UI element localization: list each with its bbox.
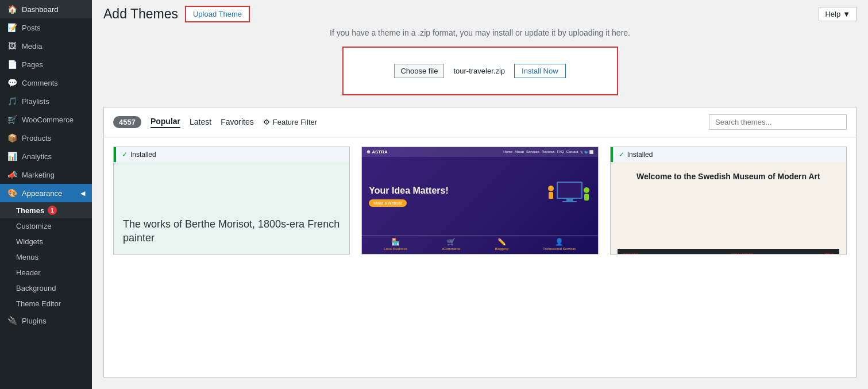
themes-grid: ✓ Installed The works of Berthe Morisot,… xyxy=(104,137,856,264)
astra-icon-blogging: ✏️ Blogging xyxy=(495,238,508,251)
theme-card-astra: ⊛ ASTRA HomeAboutServicesReviewsFAQConta… xyxy=(361,147,598,255)
sidebar-item-woocommerce[interactable]: 🛒 WooCommerce xyxy=(0,110,92,129)
sidebar-label-dashboard: Dashboard xyxy=(22,5,59,14)
card3-museum-title: Welcome to the Swedish Museum of Modern … xyxy=(636,171,820,182)
tab-favorites[interactable]: Favorites xyxy=(221,117,254,128)
install-now-button[interactable]: Install Now xyxy=(514,64,566,78)
sidebar-submenu-widgets[interactable]: Widgets xyxy=(0,234,92,249)
sidebar-submenu-menus[interactable]: Menus xyxy=(0,249,92,265)
sidebar-item-comments[interactable]: 💬 Comments xyxy=(0,74,92,92)
tab-latest[interactable]: Latest xyxy=(190,117,211,128)
sidebar-label-products: Products xyxy=(22,134,51,142)
appearance-arrow: ◀ xyxy=(80,190,85,197)
svg-point-4 xyxy=(548,186,554,191)
page-title: Add Themes xyxy=(103,6,178,22)
analytics-icon: 📊 xyxy=(7,152,17,161)
themes-badge: 1 xyxy=(48,206,57,215)
installed-label-3: Installed xyxy=(627,151,653,159)
check-icon-1: ✓ xyxy=(122,151,128,159)
dashboard-icon: 🏠 xyxy=(7,5,17,14)
card3-open-col: OPEN TODAY 9:00 — 5:00 xyxy=(731,252,753,255)
card3-price-col: PRICE 129 kr xyxy=(824,252,835,255)
topbar: Add Themes Upload Theme Help ▼ xyxy=(92,0,868,28)
customize-label: Customize xyxy=(16,222,51,230)
sidebar-label-posts: Posts xyxy=(22,24,41,32)
menus-label: Menus xyxy=(16,253,38,261)
svg-rect-1 xyxy=(558,183,581,198)
card3-info-bar: ADDRESS 123 Storgatan, Umeå OPEN TODAY 9… xyxy=(618,249,839,255)
astra-logo: ⊛ ASTRA xyxy=(367,149,387,155)
card3-address-col: ADDRESS 123 Storgatan, Umeå xyxy=(622,252,661,255)
appearance-submenu: Themes 1 Customize Widgets Menus Header … xyxy=(0,202,92,311)
sidebar-item-products[interactable]: 📦 Products xyxy=(0,129,92,147)
main-content: Add Themes Upload Theme Help ▼ If you ha… xyxy=(92,0,868,389)
price-label: PRICE xyxy=(824,252,835,255)
astra-nav: ⊛ ASTRA HomeAboutServicesReviewsFAQConta… xyxy=(362,147,597,157)
card2-preview: ⊛ ASTRA HomeAboutServicesReviewsFAQConta… xyxy=(362,147,597,254)
choose-file-button[interactable]: Choose file xyxy=(394,64,444,78)
sidebar-item-dashboard[interactable]: 🏠 Dashboard xyxy=(0,0,92,18)
check-icon-3: ✓ xyxy=(619,151,624,159)
sidebar-item-playlists[interactable]: 🎵 Playlists xyxy=(0,92,92,110)
sidebar-submenu-header[interactable]: Header xyxy=(0,265,92,280)
svg-rect-3 xyxy=(562,201,577,202)
upload-theme-button[interactable]: Upload Theme xyxy=(185,6,250,22)
sidebar-item-posts[interactable]: 📝 Posts xyxy=(0,18,92,37)
feature-filter-label: Feature Filter xyxy=(273,118,317,126)
plugins-icon: 🔌 xyxy=(7,316,17,325)
sidebar-item-analytics[interactable]: 📊 Analytics xyxy=(0,147,92,165)
svg-rect-7 xyxy=(584,194,589,201)
themes-count: 4557 xyxy=(113,116,141,128)
pages-icon: 📄 xyxy=(7,60,17,69)
installed-bar-1: ✓ Installed xyxy=(114,147,349,162)
sidebar-label-plugins: Plugins xyxy=(22,317,47,325)
sidebar-item-marketing[interactable]: 📣 Marketing xyxy=(0,165,92,184)
posts-icon: 📝 xyxy=(7,23,17,32)
help-label: Help xyxy=(825,10,840,18)
themes-browser: 4557 Popular Latest Favorites ⚙ Feature … xyxy=(103,107,857,378)
help-button[interactable]: Help ▼ xyxy=(819,7,857,21)
sidebar-submenu-background[interactable]: Background xyxy=(0,280,92,296)
search-themes-input[interactable] xyxy=(709,114,847,130)
sidebar-submenu-themes[interactable]: Themes 1 xyxy=(0,202,92,218)
theme-card-berthe-morisot: ✓ Installed The works of Berthe Morisot,… xyxy=(113,147,350,255)
sidebar-label-woocommerce: WooCommerce xyxy=(22,115,74,124)
sidebar-submenu-theme-editor[interactable]: Theme Editor xyxy=(0,296,92,311)
help-chevron-icon: ▼ xyxy=(843,10,850,18)
open-label: OPEN TODAY xyxy=(731,252,753,255)
sidebar-submenu-customize[interactable]: Customize xyxy=(0,218,92,234)
background-label: Background xyxy=(16,284,56,292)
sidebar-label-media: Media xyxy=(22,42,42,51)
sidebar-item-pages[interactable]: 📄 Pages xyxy=(0,55,92,74)
sidebar-label-analytics: Analytics xyxy=(22,152,52,161)
widgets-label: Widgets xyxy=(16,237,43,246)
sidebar-item-plugins[interactable]: 🔌 Plugins xyxy=(0,311,92,330)
themes-label-text: Themes xyxy=(16,206,44,215)
sidebar-label-playlists: Playlists xyxy=(22,97,49,106)
topbar-left: Add Themes Upload Theme xyxy=(103,6,250,22)
feature-filter[interactable]: ⚙ Feature Filter xyxy=(263,118,317,126)
astra-cta-button: Make a Website xyxy=(369,199,407,207)
products-icon: 📦 xyxy=(7,133,17,142)
sidebar-item-appearance[interactable]: 🎨 Appearance ◀ xyxy=(0,184,92,202)
svg-rect-2 xyxy=(566,199,573,201)
astra-hero-text: Your Idea Matters! Make a Website xyxy=(369,185,540,207)
astra-icons-row: 🏪 Local Business 🛒 eCommerce ✏️ Blogging xyxy=(362,235,597,254)
address-label: ADDRESS xyxy=(622,252,661,255)
sidebar-label-comments: Comments xyxy=(22,79,58,87)
astra-hero-graphic xyxy=(545,176,591,216)
playlists-icon: 🎵 xyxy=(7,97,17,106)
themes-nav: 4557 Popular Latest Favorites ⚙ Feature … xyxy=(104,107,856,137)
theme-card-swedish-museum: ✓ Installed Welcome to the Swedish Museu… xyxy=(610,147,847,255)
card1-preview-text: The works of Berthe Morisot, 1800s-era F… xyxy=(123,218,340,245)
svg-point-6 xyxy=(584,187,589,193)
theme-editor-label: Theme Editor xyxy=(16,299,61,308)
tab-popular[interactable]: Popular xyxy=(151,117,180,128)
installed-label-1: Installed xyxy=(130,151,156,159)
astra-hero: Your Idea Matters! Make a Website xyxy=(362,157,597,235)
sidebar-item-media[interactable]: 🖼 Media xyxy=(0,37,92,55)
sidebar-label-appearance: Appearance xyxy=(22,189,62,198)
header-label: Header xyxy=(16,268,41,277)
svg-rect-5 xyxy=(549,192,553,199)
upload-form-box: Choose file tour-traveler.zip Install No… xyxy=(342,47,618,95)
